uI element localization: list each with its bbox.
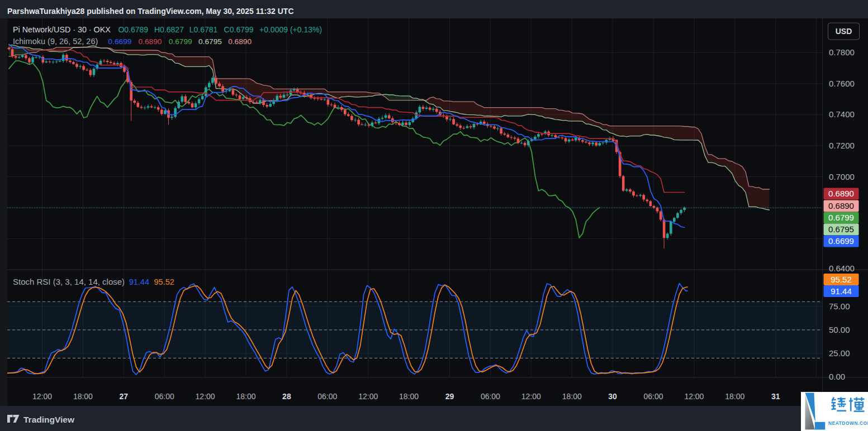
svg-text:0.6400: 0.6400 — [829, 264, 855, 273]
svg-text:91.44: 91.44 — [831, 286, 852, 296]
svg-text:31: 31 — [771, 392, 780, 401]
svg-text:0.7200: 0.7200 — [829, 141, 855, 150]
svg-text:0.6795: 0.6795 — [198, 37, 222, 46]
svg-text:+0.0009 (+0.13%): +0.0009 (+0.13%) — [259, 25, 322, 34]
svg-text:USD: USD — [836, 27, 852, 36]
svg-text:12:00: 12:00 — [196, 392, 215, 401]
svg-text:25.00: 25.00 — [829, 348, 850, 358]
svg-text:06:00: 06:00 — [481, 392, 500, 401]
svg-text:0.6799: 0.6799 — [169, 37, 192, 46]
svg-text:Pi Network/USD · 30 · OKX: Pi Network/USD · 30 · OKX — [13, 25, 111, 34]
svg-text:18:00: 18:00 — [725, 392, 744, 401]
svg-text:0.7000: 0.7000 — [829, 172, 855, 181]
svg-text:Ichimoku (9, 26, 52, 26): Ichimoku (9, 26, 52, 26) — [13, 37, 98, 46]
svg-text:0.6890: 0.6890 — [828, 201, 854, 210]
svg-text:0.6890: 0.6890 — [139, 37, 162, 46]
svg-text:18:00: 18:00 — [73, 392, 93, 401]
svg-text:0.6890: 0.6890 — [828, 189, 854, 198]
svg-text:12:00: 12:00 — [521, 392, 541, 401]
svg-text:18:00: 18:00 — [236, 392, 255, 401]
svg-text:C0.6799: C0.6799 — [224, 25, 254, 34]
svg-text:NEATDOWN.COM: NEATDOWN.COM — [828, 420, 868, 426]
svg-text:ParshwaTurakhiya28 published o: ParshwaTurakhiya28 published on TradingV… — [7, 7, 294, 16]
svg-text:L0.6781: L0.6781 — [189, 25, 218, 34]
svg-text:95.52: 95.52 — [831, 275, 852, 284]
svg-text:0.6890: 0.6890 — [228, 37, 252, 46]
svg-text:06:00: 06:00 — [643, 392, 663, 401]
svg-text:TradingView: TradingView — [23, 415, 75, 424]
svg-text:12:00: 12:00 — [32, 392, 52, 401]
svg-text:27: 27 — [120, 392, 129, 401]
svg-text:0.7800: 0.7800 — [829, 47, 855, 57]
svg-text:12:00: 12:00 — [684, 392, 704, 401]
svg-text:Stoch RSI (3, 3, 14, 14, close: Stoch RSI (3, 3, 14, 14, close) — [13, 277, 125, 286]
svg-text:75.00: 75.00 — [829, 301, 850, 311]
svg-text:50.00: 50.00 — [829, 325, 850, 334]
svg-text:O0.6789: O0.6789 — [118, 25, 148, 34]
svg-text:30: 30 — [608, 392, 617, 401]
svg-text:28: 28 — [282, 392, 291, 401]
svg-text:95.52: 95.52 — [154, 277, 174, 286]
svg-text:06:00: 06:00 — [155, 392, 174, 401]
svg-text:0.00: 0.00 — [829, 372, 845, 381]
svg-text:0.6699: 0.6699 — [828, 236, 854, 246]
svg-text:0.6795: 0.6795 — [828, 224, 854, 234]
svg-text:0.7600: 0.7600 — [829, 79, 855, 88]
svg-text:0.6799: 0.6799 — [828, 213, 854, 222]
svg-text:0.6699: 0.6699 — [108, 37, 132, 46]
svg-text:18:00: 18:00 — [399, 392, 419, 401]
svg-text:91.44: 91.44 — [129, 277, 149, 286]
svg-text:H0.6827: H0.6827 — [154, 25, 184, 34]
svg-text:18:00: 18:00 — [562, 392, 582, 401]
svg-text:12:00: 12:00 — [358, 392, 378, 401]
svg-text:0.7400: 0.7400 — [829, 109, 855, 119]
svg-text:29: 29 — [445, 392, 454, 401]
svg-text:06:00: 06:00 — [317, 392, 337, 401]
